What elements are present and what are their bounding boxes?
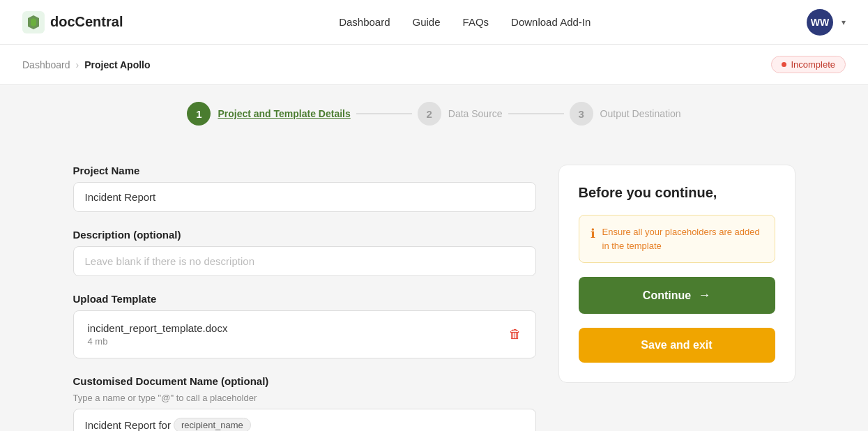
upload-template-group: Upload Template incident_report_template… [73,293,536,358]
info-icon: ℹ [591,226,595,241]
breadcrumb-separator: › [76,59,79,70]
status-badge: Incomplete [771,56,846,73]
custom-doc-label: Customised Document Name (optional) [73,375,536,387]
description-label: Description (optional) [73,229,536,241]
chevron-down-icon[interactable]: ▾ [842,17,846,27]
custom-doc-group: Customised Document Name (optional) Type… [73,375,536,431]
step-connector-1-2 [356,113,412,114]
nav-download-addon[interactable]: Download Add-In [511,16,591,28]
nav-faqs[interactable]: FAQs [463,16,489,28]
continue-label: Continue [643,289,691,302]
step-2: 2 Data Source [418,102,503,126]
avatar[interactable]: WW [807,9,833,36]
project-name-label: Project Name [73,165,536,176]
logo-text: docCentral [50,14,123,30]
upload-file-info: incident_report_template.docx 4 mb [88,322,228,347]
step-3-circle: 3 [570,102,593,126]
logo[interactable]: docCentral [22,11,123,33]
status-dot-icon [782,62,786,67]
upload-filesize: 4 mb [88,336,228,347]
upload-filename: incident_report_template.docx [88,322,228,334]
sidebar-title: Before you continue, [579,185,775,201]
delete-file-icon[interactable]: 🗑 [509,327,521,342]
step-1-circle: 1 [187,102,211,126]
nav-dashboard[interactable]: Dashboard [339,16,390,28]
info-box: ℹ Ensure all your placeholders are added… [579,215,775,263]
form-section: Project Name Description (optional) Uplo… [73,165,536,431]
breadcrumb: Dashboard › Project Apollo [22,59,151,70]
step-1: 1 Project and Template Details [187,102,350,126]
step-1-label[interactable]: Project and Template Details [218,108,350,119]
sidebar: Before you continue, ℹ Ensure all your p… [558,165,795,431]
status-label: Incomplete [791,59,835,70]
step-3: 3 Output Destination [570,102,681,126]
placeholder-tag[interactable]: recipient_name [174,418,251,431]
upload-box: incident_report_template.docx 4 mb 🗑 [73,310,536,358]
header-right: WW ▾ [807,9,846,36]
app-header: docCentral Dashboard Guide FAQs Download… [0,0,868,45]
breadcrumb-current: Project Apollo [84,59,150,70]
info-text: Ensure all your placeholders are added i… [602,225,763,252]
description-input[interactable] [73,246,536,276]
project-name-input[interactable] [73,182,536,212]
description-group: Description (optional) [73,229,536,276]
step-2-label: Data Source [448,108,503,119]
arrow-right-icon: → [698,288,710,303]
project-name-group: Project Name [73,165,536,212]
custom-doc-field[interactable]: Incident Report for recipient_name [73,409,536,431]
step-3-label: Output Destination [600,108,681,119]
main-content: Project Name Description (optional) Uplo… [51,142,818,431]
step-connector-2-3 [508,113,564,114]
save-exit-button[interactable]: Save and exit [579,328,775,363]
breadcrumb-bar: Dashboard › Project Apollo Incomplete [0,45,868,85]
upload-label: Upload Template [73,293,536,305]
step-2-circle: 2 [418,102,441,126]
logo-icon [22,11,45,33]
main-nav: Dashboard Guide FAQs Download Add-In [339,16,591,28]
continue-button[interactable]: Continue → [579,277,775,314]
custom-doc-prefix: Incident Report for [85,419,171,431]
sidebar-card: Before you continue, ℹ Ensure all your p… [558,165,795,383]
steps-bar: 1 Project and Template Details 2 Data So… [0,85,868,142]
nav-guide[interactable]: Guide [413,16,441,28]
breadcrumb-parent[interactable]: Dashboard [22,59,70,70]
custom-doc-sublabel: Type a name or type "@" to call a placeh… [73,393,536,403]
